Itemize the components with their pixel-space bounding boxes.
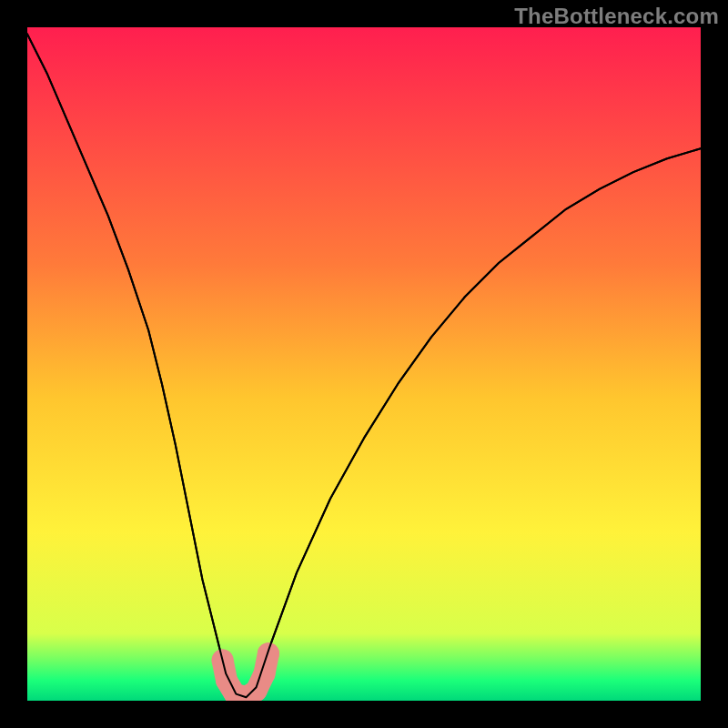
chart-svg xyxy=(27,27,701,701)
watermark-text: TheBottleneck.com xyxy=(514,4,719,29)
plot-area xyxy=(27,27,701,701)
svg-rect-0 xyxy=(27,27,701,701)
chart-frame: TheBottleneck.com xyxy=(0,0,728,728)
